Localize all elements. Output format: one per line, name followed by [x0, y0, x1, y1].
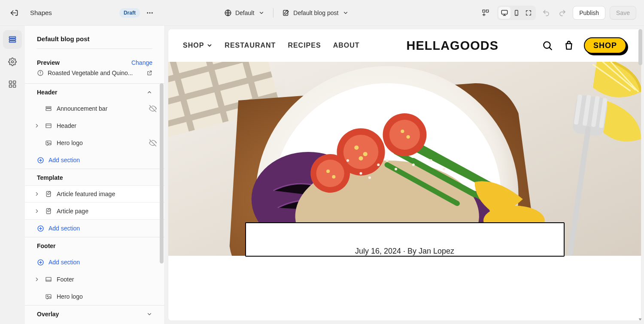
preview-change[interactable]: Change: [131, 59, 152, 66]
section-footer-logo[interactable]: Hero logo: [25, 288, 164, 305]
shop-cta[interactable]: SHOP: [584, 37, 626, 54]
device-mobile[interactable]: [510, 7, 522, 19]
chevron-right-icon: [34, 208, 40, 214]
chevron-right-icon: [34, 191, 40, 197]
section-announcement-bar[interactable]: Announcement bar: [25, 100, 164, 117]
sidebar-scrollbar-thumb[interactable]: [160, 83, 164, 263]
group-overlay-title: Overlay: [37, 311, 59, 318]
rail-apps[interactable]: [3, 75, 22, 94]
preview-item-row: Roasted Vegetable and Quino...: [37, 70, 152, 76]
chevron-up-icon[interactable]: [146, 89, 152, 95]
chevron-right-icon: [34, 276, 40, 282]
section-article-page[interactable]: Article page: [25, 203, 164, 220]
external-icon[interactable]: [146, 70, 152, 76]
preview-block: Preview Change Roasted Vegetable and Qui…: [25, 53, 164, 83]
add-label: Add section: [49, 259, 80, 266]
section-article-image[interactable]: Article featured image: [25, 185, 164, 203]
save-button: Save: [610, 6, 636, 20]
nav-shop[interactable]: SHOP: [183, 42, 213, 49]
hidden-toggle[interactable]: [148, 139, 158, 147]
chevron-down-icon[interactable]: [146, 311, 152, 317]
section-label: Hero logo: [57, 293, 158, 300]
cart-icon: [563, 40, 574, 51]
nav-label: SHOP: [183, 42, 204, 49]
section-hero-logo[interactable]: Hero logo: [25, 134, 164, 151]
svg-rect-17: [13, 85, 16, 88]
svg-point-67: [407, 135, 410, 139]
apps-icon: [8, 80, 17, 88]
svg-point-63: [354, 145, 358, 150]
article-meta-card: July 16, 2024 · By Jan Lopez: [245, 222, 565, 257]
sections-icon: [8, 35, 17, 44]
svg-rect-12: [9, 41, 16, 42]
svg-point-77: [443, 168, 445, 170]
svg-point-35: [47, 296, 49, 297]
svg-point-73: [368, 176, 371, 179]
svg-rect-14: [9, 81, 12, 84]
section-label: Hero logo: [57, 139, 144, 146]
redo-button[interactable]: [556, 7, 568, 19]
cart-button[interactable]: [562, 39, 575, 52]
svg-point-72: [395, 168, 397, 170]
section-label: Footer: [57, 276, 158, 283]
rail-settings[interactable]: [3, 52, 22, 71]
preview-scrollbar[interactable]: [637, 29, 644, 321]
divider: [273, 8, 273, 18]
device-desktop[interactable]: [498, 7, 510, 19]
svg-point-9: [516, 14, 516, 15]
section-header[interactable]: Header: [25, 117, 164, 134]
site-brand: HELLAGOODS: [406, 39, 498, 53]
section-footer[interactable]: Footer: [25, 271, 164, 288]
device-fullscreen[interactable]: [522, 7, 535, 19]
more-menu-button[interactable]: [143, 6, 156, 19]
exit-button[interactable]: [8, 6, 21, 19]
svg-rect-10: [9, 36, 16, 38]
layout-top-icon: [45, 105, 52, 112]
left-rail: [0, 26, 25, 324]
section-label: Header: [57, 122, 144, 129]
svg-point-68: [326, 170, 330, 173]
svg-point-58: [343, 135, 379, 169]
group-overlay: Overlay: [25, 306, 164, 324]
group-header: Header Announcement bar: [25, 84, 164, 169]
nav-about[interactable]: ABOUT: [333, 42, 360, 49]
nav-restaurant[interactable]: RESTAURANT: [225, 42, 276, 49]
rail-sections[interactable]: [3, 30, 22, 49]
undo-button[interactable]: [540, 7, 552, 19]
locale-dropdown[interactable]: Default: [224, 9, 264, 17]
svg-point-1: [149, 12, 150, 13]
eye-off-icon: [149, 139, 157, 147]
header-icon: [45, 276, 52, 283]
add-section-footer[interactable]: Add section: [25, 254, 164, 271]
preview-label: Preview: [37, 59, 60, 66]
inspector-icon: [482, 9, 489, 17]
gear-icon: [8, 58, 17, 66]
preview-scrollbar-thumb[interactable]: [638, 29, 642, 65]
section-label: Article featured image: [57, 191, 158, 197]
svg-rect-11: [9, 39, 16, 40]
add-section-template[interactable]: Add section: [25, 220, 164, 237]
search-button[interactable]: [541, 39, 554, 52]
add-section-header[interactable]: Add section: [25, 151, 164, 169]
svg-point-69: [332, 175, 335, 179]
nav-label: RECIPES: [288, 42, 321, 49]
group-template-title: Template: [37, 174, 63, 181]
svg-point-0: [147, 12, 148, 13]
warning-icon: [37, 70, 44, 76]
topbar-right: Publish Save: [479, 6, 636, 20]
page-title: Default blog post: [37, 35, 152, 42]
template-icon: [282, 9, 290, 17]
nav-recipes[interactable]: RECIPES: [288, 42, 321, 49]
live-preview: SHOP RESTAURANT RECIPES ABOUT HELLAGOODS: [168, 29, 641, 321]
template-dropdown[interactable]: Default blog post: [282, 9, 349, 17]
nav-label: RESTAURANT: [225, 42, 276, 49]
svg-rect-20: [46, 109, 51, 111]
inspector-toggle[interactable]: [479, 6, 492, 19]
scroll-down-icon[interactable]: [637, 316, 643, 322]
fullscreen-icon: [525, 9, 532, 16]
hidden-toggle[interactable]: [148, 105, 158, 112]
doc-icon: [45, 208, 52, 215]
search-icon: [542, 40, 553, 51]
publish-button[interactable]: Publish: [573, 6, 605, 20]
preview-canvas-wrap: SHOP RESTAURANT RECIPES ABOUT HELLAGOODS: [165, 26, 644, 324]
